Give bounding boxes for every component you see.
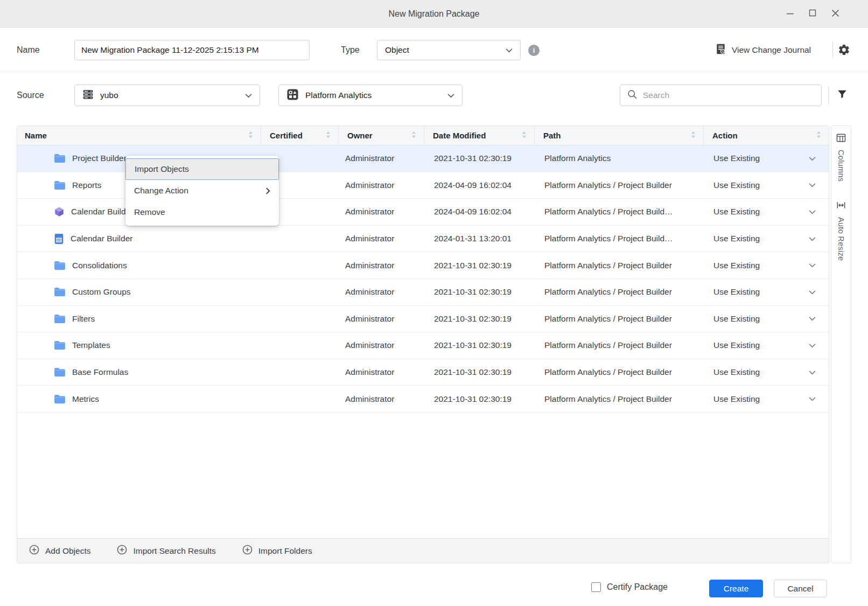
search-icon <box>627 89 638 102</box>
search-input[interactable] <box>643 90 815 100</box>
action-value: Use Existing <box>713 394 760 404</box>
close-button[interactable] <box>830 9 840 19</box>
chevron-down-icon <box>809 156 816 161</box>
object-name: Metrics <box>72 394 99 404</box>
sort-icon <box>326 131 331 140</box>
owner-cell: Administrator <box>339 234 424 243</box>
type-select-value: Object <box>385 45 409 55</box>
column-header-owner[interactable]: Owner <box>339 126 424 145</box>
action-value: Use Existing <box>713 234 760 243</box>
table-row[interactable]: Calendar Builder Administrator 2024-01-3… <box>17 226 829 253</box>
columns-icon <box>836 133 846 145</box>
package-name-input[interactable] <box>74 40 310 60</box>
table-row[interactable]: Consolidations Administrator 2021-10-31 … <box>17 252 829 279</box>
cube-icon <box>54 206 65 217</box>
path-cell: Platform Analytics / Project Builder <box>535 340 704 350</box>
owner-cell: Administrator <box>339 154 424 163</box>
path-cell: Platform Analytics / Project Build… <box>535 234 704 243</box>
column-header-label: Owner <box>347 131 373 140</box>
column-header-name[interactable]: Name <box>17 126 261 145</box>
table-toolbar: Add Objects Import Search Results Import… <box>17 538 829 563</box>
date-modified-cell: 2021-10-31 02:30:19 <box>424 367 535 377</box>
search-divider <box>828 86 829 105</box>
settings-gear-button[interactable] <box>838 44 850 58</box>
filter-button[interactable] <box>836 88 848 102</box>
action-dropdown[interactable]: Use Existing <box>704 394 829 404</box>
chevron-right-icon <box>265 187 270 194</box>
table-row[interactable]: Base Formulas Administrator 2021-10-31 0… <box>17 359 829 386</box>
action-dropdown[interactable]: Use Existing <box>704 287 829 297</box>
type-select[interactable]: Object <box>377 40 521 60</box>
owner-cell: Administrator <box>339 207 424 217</box>
column-header-path[interactable]: Path <box>535 126 704 145</box>
object-name: Reports <box>72 180 101 190</box>
column-header-action[interactable]: Action <box>704 126 829 145</box>
object-name: Custom Groups <box>72 287 131 297</box>
owner-cell: Administrator <box>339 287 424 297</box>
import-folders-button[interactable]: Import Folders <box>242 544 312 558</box>
source-label: Source <box>17 90 44 100</box>
action-dropdown[interactable]: Use Existing <box>704 180 829 190</box>
source-connection-select[interactable]: yubo <box>74 85 260 106</box>
auto-resize-icon <box>836 200 846 213</box>
chevron-down-icon <box>447 93 454 98</box>
owner-cell: Administrator <box>339 314 424 324</box>
gear-icon <box>838 48 850 58</box>
sort-icon <box>522 131 527 140</box>
column-header-label: Action <box>712 131 738 140</box>
search-field[interactable] <box>620 85 822 106</box>
path-cell: Platform Analytics / Project Builder <box>535 394 704 404</box>
minimize-button[interactable] <box>785 9 795 19</box>
chevron-down-icon <box>809 236 816 241</box>
owner-cell: Administrator <box>339 261 424 270</box>
action-value: Use Existing <box>713 367 760 377</box>
chevron-down-icon <box>809 290 816 295</box>
folder-icon <box>54 367 66 377</box>
owner-cell: Administrator <box>339 340 424 350</box>
object-name: Calendar Builder <box>71 207 133 217</box>
action-dropdown[interactable]: Use Existing <box>704 207 829 217</box>
object-name: Filters <box>72 314 95 324</box>
folder-icon <box>54 340 66 350</box>
maximize-button[interactable] <box>808 9 817 19</box>
columns-button[interactable]: Columns <box>836 133 846 182</box>
action-dropdown[interactable]: Use Existing <box>704 261 829 270</box>
info-icon[interactable]: i <box>528 45 540 56</box>
source-project-select[interactable]: Platform Analytics <box>278 85 463 106</box>
date-modified-cell: 2024-04-09 16:02:04 <box>424 180 535 190</box>
context-menu-item-label: Change Action <box>134 186 188 196</box>
table-row[interactable]: Custom Groups Administrator 2021-10-31 0… <box>17 279 829 306</box>
folder-icon <box>54 154 66 163</box>
cancel-button[interactable]: Cancel <box>774 580 827 597</box>
sort-icon <box>691 131 696 140</box>
auto-resize-button[interactable]: Auto Resize <box>836 200 846 261</box>
action-dropdown[interactable]: Use Existing <box>704 340 829 350</box>
column-header-date-modified[interactable]: Date Modified <box>424 126 535 145</box>
create-button[interactable]: Create <box>709 580 763 597</box>
object-name: Consolidations <box>72 261 127 270</box>
column-header-certified[interactable]: Certified <box>261 126 339 145</box>
window-title: New Migration Package <box>0 0 868 28</box>
table-row[interactable]: Metrics Administrator 2021-10-31 02:30:1… <box>17 386 829 413</box>
context-menu-item-remove[interactable]: Remove <box>125 201 279 223</box>
context-menu-item-change-action[interactable]: Change Action <box>125 180 279 201</box>
sort-icon <box>816 131 821 140</box>
date-modified-cell: 2021-10-31 02:30:19 <box>424 261 535 270</box>
action-dropdown[interactable]: Use Existing <box>704 314 829 324</box>
context-menu-item-import-objects[interactable]: Import Objects <box>125 158 279 180</box>
certify-package-checkbox[interactable] <box>591 582 601 592</box>
date-modified-cell: 2021-10-31 02:30:19 <box>424 287 535 297</box>
import-search-results-button[interactable]: Import Search Results <box>116 544 215 558</box>
action-dropdown[interactable]: Use Existing <box>704 154 829 163</box>
date-modified-cell: 2021-10-31 02:30:19 <box>424 314 535 324</box>
table-row[interactable]: Templates Administrator 2021-10-31 02:30… <box>17 332 829 359</box>
action-dropdown[interactable]: Use Existing <box>704 367 829 377</box>
action-dropdown[interactable]: Use Existing <box>704 234 829 243</box>
path-cell: Platform Analytics / Project Builder <box>535 180 704 190</box>
view-change-journal-button[interactable]: View Change Journal <box>715 43 811 57</box>
action-value: Use Existing <box>713 287 760 297</box>
add-objects-button[interactable]: Add Objects <box>29 544 90 558</box>
table-row[interactable]: Filters Administrator 2021-10-31 02:30:1… <box>17 306 829 333</box>
chevron-down-icon <box>809 210 816 214</box>
chevron-down-icon <box>506 48 513 53</box>
